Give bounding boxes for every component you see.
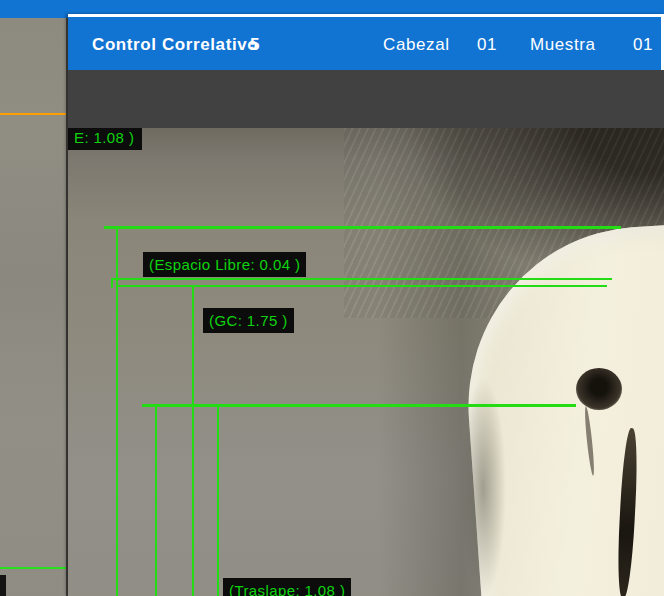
muestra-value: 01	[633, 17, 653, 70]
clipped-label-corner	[0, 575, 6, 596]
label-traslape: (Traslape: 1.08 )	[223, 578, 351, 596]
rock-cavity	[576, 368, 622, 410]
cabezal-value: 01	[477, 17, 497, 70]
measure-line-espacio-upper	[111, 278, 612, 280]
dark-toolbar-strip	[68, 70, 664, 128]
background-sample-photo	[0, 18, 68, 596]
orange-marker-line	[0, 113, 66, 115]
rock-shadow	[460, 378, 506, 596]
measure-line-vertical-3	[155, 406, 157, 596]
label-espacio-libre: (Espacio Libre: 0.04 )	[143, 252, 306, 277]
measure-line-middle	[142, 404, 576, 407]
page-title: Control Correlativo	[92, 17, 258, 70]
measure-line-espacio-lower	[117, 285, 607, 287]
measure-line-vertical-1	[116, 226, 118, 596]
green-marker-line	[0, 567, 66, 569]
label-clipped-e: E: 1.08 )	[68, 128, 142, 150]
measure-line-top	[104, 226, 621, 229]
measure-line-vertical-2	[192, 285, 194, 596]
label-gc: (GC: 1.75 )	[203, 308, 294, 333]
measurement-window: Control Correlativo 5 Cabezal 01 Muestra…	[68, 14, 664, 596]
measurement-canvas[interactable]: E: 1.08 ) (Espacio Libre: 0.04 ) (GC: 1.…	[68, 128, 664, 596]
cabezal-label: Cabezal	[383, 17, 450, 70]
measure-tick	[111, 278, 113, 288]
measure-line-vertical-4	[217, 406, 219, 596]
window-header: Control Correlativo 5 Cabezal 01 Muestra…	[68, 17, 664, 70]
muestra-label: Muestra	[530, 17, 596, 70]
correlative-counter: 5	[250, 17, 260, 70]
